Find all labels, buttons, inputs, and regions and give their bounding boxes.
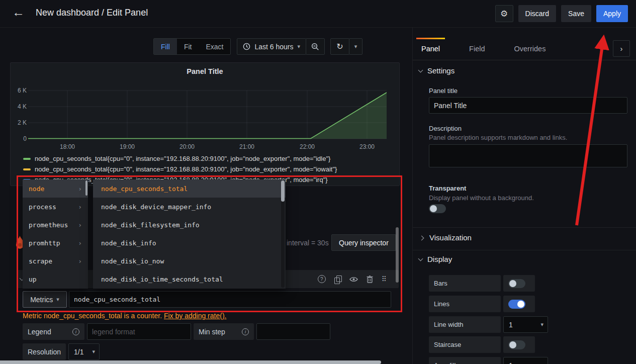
submenu-scrollbar-track[interactable] xyxy=(281,180,285,288)
query-inspector-button[interactable]: Query inspector xyxy=(331,234,396,251)
duplicate-query-button[interactable] xyxy=(334,276,341,283)
fit-option-fill[interactable]: Fill xyxy=(154,39,177,54)
area-fill-select[interactable]: 1 ▾ xyxy=(503,357,548,364)
back-arrow-icon[interactable]: ← xyxy=(12,5,25,20)
series-color-swatch[interactable] xyxy=(23,158,31,160)
interval-info: interval = 30s xyxy=(287,239,329,247)
delete-query-button[interactable] xyxy=(367,276,373,283)
info-icon[interactable]: i xyxy=(72,328,79,335)
legend-format-input[interactable] xyxy=(87,323,191,340)
tab-overrides[interactable]: Overrides xyxy=(512,38,548,60)
transparent-toggle[interactable] xyxy=(429,204,446,213)
submenu-scrollbar-thumb[interactable] xyxy=(281,180,285,202)
collapse-sidebar-button[interactable]: › xyxy=(613,40,630,57)
panel-title[interactable]: Panel Title xyxy=(11,67,399,75)
query-expression-input[interactable] xyxy=(69,291,391,308)
discard-button[interactable]: Discard xyxy=(518,5,556,22)
save-button[interactable]: Save xyxy=(561,5,591,22)
option-label-area-fill: Area fill xyxy=(429,357,501,364)
min-step-input[interactable] xyxy=(256,323,330,340)
fit-option-fit[interactable]: Fit xyxy=(177,39,199,54)
menu-item-up[interactable]: up xyxy=(23,270,88,288)
resolution-select[interactable]: 1/1 ▾ xyxy=(68,343,100,360)
group-menu-scrollbar[interactable] xyxy=(85,180,87,196)
chevron-down-icon xyxy=(418,256,423,261)
menu-item-node-disk-info[interactable]: node_disk_info xyxy=(93,234,286,252)
chevron-right-icon: › xyxy=(78,257,82,265)
query-help-button[interactable]: ? xyxy=(318,275,326,283)
x-tick: 20:00 xyxy=(176,143,198,150)
tab-field[interactable]: Field xyxy=(467,38,487,60)
staircase-toggle[interactable] xyxy=(508,340,525,349)
line-width-select[interactable]: 1 ▾ xyxy=(503,316,548,333)
vertical-scrollbar[interactable] xyxy=(396,227,399,283)
legend-series-name[interactable]: node_cpu_seconds_total{cpu="0", instance… xyxy=(35,155,330,162)
eye-icon xyxy=(349,276,358,283)
menu-item-prometheus[interactable]: prometheus › xyxy=(23,216,88,234)
legend-item[interactable]: node_cpu_seconds_total{cpu="0", instance… xyxy=(23,155,330,162)
metrics-browser-button[interactable]: Metrics ▾ xyxy=(23,291,67,308)
header-actions: ⚙ Discard Save Apply xyxy=(495,5,628,22)
section-divider xyxy=(413,250,636,250)
panel-settings-button[interactable]: ⚙ xyxy=(495,5,513,22)
toggle-knob xyxy=(509,341,516,348)
drag-handle[interactable]: ⠿ xyxy=(382,275,387,283)
menu-item-node[interactable]: node › xyxy=(23,179,88,198)
time-range-picker[interactable]: Last 6 hours ▾ xyxy=(237,38,306,55)
time-series-chart[interactable] xyxy=(28,88,387,141)
description-textarea[interactable] xyxy=(429,144,627,167)
option-label-staircase: Staircase xyxy=(429,336,501,353)
menu-item-promhttp[interactable]: promhttp › xyxy=(23,234,88,252)
panel-title-input[interactable] xyxy=(429,97,627,114)
transparent-field-label: Transparent xyxy=(429,185,466,192)
fit-mode-group: Fill Fit Exact xyxy=(153,38,231,55)
legend-item[interactable]: node_cpu_seconds_total{cpu="0", instance… xyxy=(23,165,337,173)
menu-item-node-disk-io-now[interactable]: node_disk_io_now xyxy=(93,252,286,270)
refresh-interval-dropdown[interactable]: ▾ xyxy=(349,38,362,55)
zoom-out-button[interactable] xyxy=(306,38,325,55)
series-color-swatch[interactable] xyxy=(23,168,31,170)
section-header-display[interactable]: Display xyxy=(419,255,452,263)
horizontal-scrollbar[interactable] xyxy=(0,360,381,364)
page-title: New dashboard / Edit Panel xyxy=(36,8,148,18)
lines-toggle[interactable] xyxy=(508,300,525,309)
x-tick: 23:00 xyxy=(356,143,378,150)
chevron-right-icon: › xyxy=(78,239,82,247)
toggle-query-visibility-button[interactable] xyxy=(349,276,358,283)
info-icon[interactable]: i xyxy=(242,328,249,335)
section-header-settings[interactable]: Settings xyxy=(419,66,455,75)
x-tick: 21:00 xyxy=(236,143,258,150)
menu-item-node-disk-device-mapper-info[interactable]: node_disk_device_mapper_info xyxy=(93,198,286,216)
menu-item-label: node_disk_filesystem_info xyxy=(101,221,200,229)
menu-item-node-disk-filesystem-info[interactable]: node_disk_filesystem_info xyxy=(93,216,286,234)
description-hint: Panel description supports markdown and … xyxy=(429,134,567,141)
chevron-down-icon: ▾ xyxy=(56,297,59,302)
active-tab-indicator xyxy=(416,38,445,39)
bars-toggle[interactable] xyxy=(508,279,525,288)
tab-panel[interactable]: Panel xyxy=(419,38,442,60)
section-header-visualization[interactable]: Visualization xyxy=(420,233,472,242)
menu-item-scrape[interactable]: scrape › xyxy=(23,252,88,270)
menu-item-node-cpu-seconds-total[interactable]: node_cpu_seconds_total xyxy=(93,179,286,198)
query-row-actions: ? ⠿ xyxy=(318,270,387,288)
legend-series-name[interactable]: node_cpu_seconds_total{cpu="0", instance… xyxy=(35,165,337,173)
fix-by-adding-rate-link[interactable]: Fix by adding rate(). xyxy=(164,312,227,320)
x-tick: 22:00 xyxy=(296,143,318,150)
section-title: Display xyxy=(427,255,452,263)
chevron-right-icon: › xyxy=(78,221,82,229)
min-step-label: Min step i xyxy=(194,323,254,340)
description-field-label: Description xyxy=(429,125,462,132)
clock-icon xyxy=(243,43,250,50)
menu-item-node-disk-io-time-seconds-total[interactable]: node_disk_io_time_seconds_total xyxy=(93,270,286,288)
fit-option-exact[interactable]: Exact xyxy=(199,39,230,54)
refresh-button[interactable]: ↻ xyxy=(330,38,349,55)
y-tick: 6 K xyxy=(11,87,27,94)
time-range-label: Last 6 hours xyxy=(254,43,293,51)
option-label-text: Area fill xyxy=(434,361,456,364)
option-label-line-width: Line width xyxy=(429,316,501,333)
refresh-icon: ↻ xyxy=(336,42,343,51)
menu-item-process[interactable]: process › xyxy=(23,198,88,216)
apply-button[interactable]: Apply xyxy=(596,5,628,22)
panel-preview: Panel Title 6 K 4 K 2 K 0 18:00 xyxy=(10,62,400,186)
question-icon: ? xyxy=(318,275,326,283)
